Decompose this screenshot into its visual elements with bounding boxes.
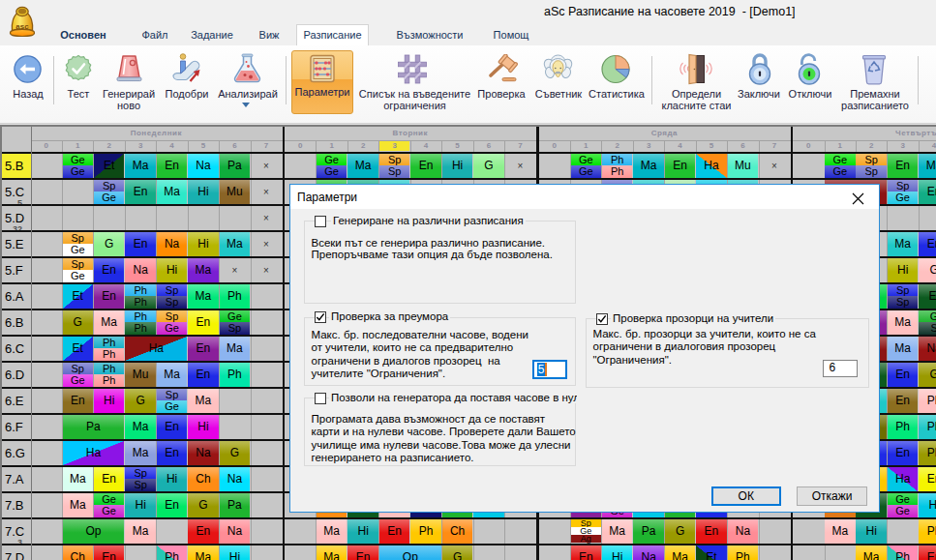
svg-text:asc: asc xyxy=(15,22,29,31)
